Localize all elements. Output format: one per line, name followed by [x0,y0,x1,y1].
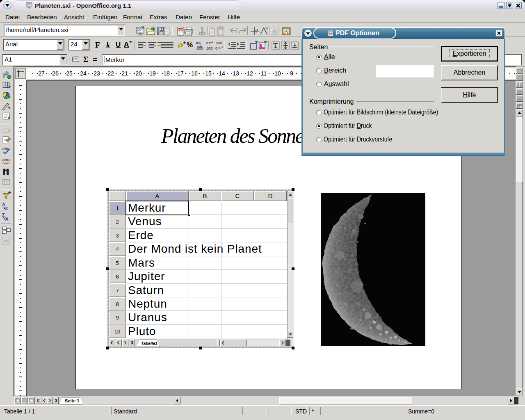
svg-text:$%: $% [196,41,201,45]
svg-text:PDF: PDF [179,29,184,31]
svg-text:Z: Z [2,212,5,217]
svg-text:ABC: ABC [2,158,10,162]
svg-text:A: A [5,216,9,221]
svg-text:.000: .000 [206,46,213,50]
svg-text:0↗: 0↗ [206,41,211,45]
svg-text:Z: Z [5,206,8,211]
svg-text:.000: .000 [196,46,203,50]
svg-text:.000: .000 [215,41,222,45]
svg-text:0: 0 [215,46,217,50]
